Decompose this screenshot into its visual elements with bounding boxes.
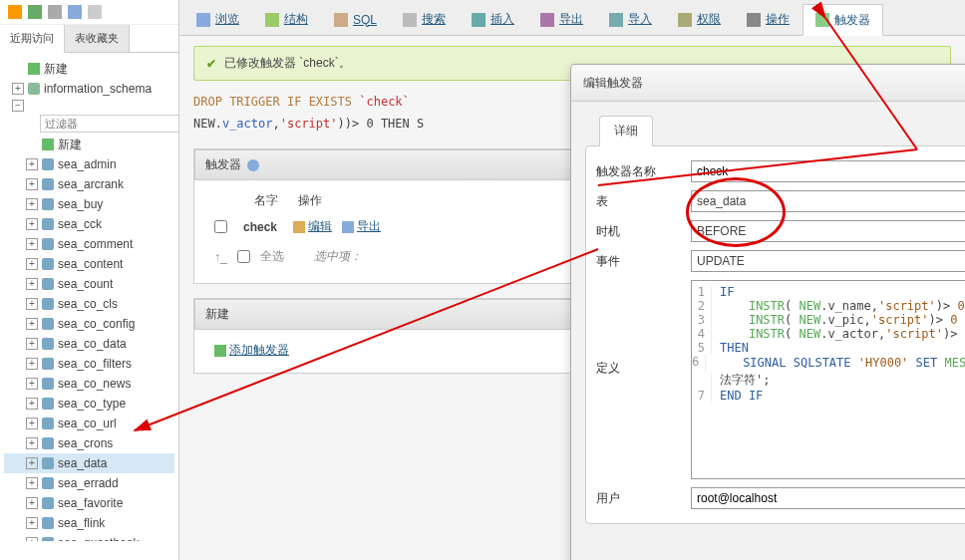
tree-table-sea_co_news[interactable]: +sea_co_news bbox=[4, 374, 174, 394]
input-user[interactable] bbox=[691, 487, 965, 509]
tree-db-current[interactable]: − bbox=[4, 99, 174, 113]
refresh-icon[interactable] bbox=[28, 5, 42, 19]
export-trigger-link[interactable]: 导出 bbox=[342, 218, 381, 235]
table-icon bbox=[42, 537, 54, 541]
trigger-checkbox[interactable] bbox=[214, 220, 227, 233]
input-trigger-name[interactable] bbox=[691, 160, 965, 182]
select-all-checkbox[interactable] bbox=[237, 250, 250, 263]
privileges-icon bbox=[678, 13, 692, 27]
tree-table-sea_comment[interactable]: +sea_comment bbox=[4, 234, 174, 254]
collapse-icon[interactable]: − bbox=[12, 100, 24, 112]
expand-icon[interactable]: + bbox=[26, 298, 38, 310]
table-icon bbox=[42, 238, 54, 250]
expand-icon[interactable]: + bbox=[26, 457, 38, 469]
tree-table-sea_co_filters[interactable]: +sea_co_filters bbox=[4, 354, 174, 374]
dialog-title: 编辑触发器 bbox=[583, 75, 643, 92]
operations-icon bbox=[747, 13, 761, 27]
tree-table-sea_content[interactable]: +sea_content bbox=[4, 254, 174, 274]
dialog-titlebar[interactable]: 编辑触发器 ✕ bbox=[571, 65, 965, 102]
db-tree: 新建 + information_schema − X 新建 +sea_admi… bbox=[0, 53, 178, 541]
tree-table-sea_co_data[interactable]: +sea_co_data bbox=[4, 334, 174, 354]
dialog-tab-details[interactable]: 详细 bbox=[599, 116, 653, 146]
expand-icon[interactable]: + bbox=[26, 517, 38, 529]
expand-icon[interactable]: + bbox=[26, 158, 38, 170]
tree-table-sea_arcrank[interactable]: +sea_arcrank bbox=[4, 174, 174, 194]
tab-operations[interactable]: 操作 bbox=[734, 4, 803, 35]
edit-trigger-link[interactable]: 编辑 bbox=[293, 218, 332, 235]
expand-icon[interactable]: + bbox=[26, 437, 38, 449]
tab-structure[interactable]: 结构 bbox=[252, 4, 321, 35]
expand-icon[interactable]: + bbox=[26, 358, 38, 370]
tab-browse[interactable]: 浏览 bbox=[183, 4, 252, 35]
expand-icon[interactable]: + bbox=[26, 278, 38, 290]
tree-table-sea_buy[interactable]: +sea_buy bbox=[4, 194, 174, 214]
expand-icon[interactable]: + bbox=[26, 477, 38, 489]
tree-table-sea_cck[interactable]: +sea_cck bbox=[4, 214, 174, 234]
main-content: 浏览 结构 SQL 搜索 插入 导出 导入 权限 操作 触发器 ✔ 已修改触发器… bbox=[179, 0, 965, 560]
table-icon bbox=[42, 198, 54, 210]
expand-icon[interactable]: + bbox=[26, 218, 38, 230]
expand-icon[interactable]: + bbox=[26, 198, 38, 210]
settings-icon[interactable] bbox=[88, 5, 102, 19]
table-icon bbox=[42, 358, 54, 370]
select-table[interactable]: sea_data bbox=[691, 190, 965, 212]
tab-insert[interactable]: 插入 bbox=[459, 4, 527, 35]
table-icon bbox=[42, 457, 54, 469]
home-icon[interactable] bbox=[8, 5, 22, 19]
table-icon bbox=[42, 278, 54, 290]
expand-icon[interactable]: + bbox=[12, 83, 24, 95]
select-timing[interactable]: BEFORE bbox=[691, 220, 965, 242]
table-icon bbox=[42, 477, 54, 489]
exit-icon[interactable] bbox=[48, 5, 62, 19]
tab-sql[interactable]: SQL bbox=[321, 4, 390, 35]
tree-table-sea_co_cls[interactable]: +sea_co_cls bbox=[4, 294, 174, 314]
tree-table-sea_count[interactable]: +sea_count bbox=[4, 274, 174, 294]
label-trigger-name: 触发器名称 bbox=[596, 163, 691, 180]
expand-icon[interactable]: + bbox=[26, 497, 38, 509]
tree-table-sea_admin[interactable]: +sea_admin bbox=[4, 154, 174, 174]
expand-icon[interactable]: + bbox=[26, 318, 38, 330]
expand-icon[interactable]: + bbox=[26, 537, 38, 541]
tab-export[interactable]: 导出 bbox=[527, 4, 596, 35]
tree-table-sea_co_type[interactable]: +sea_co_type bbox=[4, 394, 174, 414]
tab-privileges[interactable]: 权限 bbox=[665, 4, 734, 35]
expand-icon[interactable]: + bbox=[26, 258, 38, 270]
triggers-icon bbox=[815, 13, 829, 27]
label-user: 用户 bbox=[596, 490, 691, 507]
tab-search[interactable]: 搜索 bbox=[390, 4, 459, 35]
tree-db-information-schema[interactable]: + information_schema bbox=[4, 79, 174, 99]
help-icon[interactable] bbox=[68, 5, 82, 19]
tree-table-sea_data[interactable]: +sea_data bbox=[4, 453, 174, 473]
expand-icon[interactable]: + bbox=[26, 398, 38, 410]
tab-import[interactable]: 导入 bbox=[596, 4, 665, 35]
expand-icon[interactable]: + bbox=[26, 178, 38, 190]
search-icon bbox=[403, 13, 417, 27]
tab-triggers[interactable]: 触发器 bbox=[803, 4, 883, 36]
tab-favorites[interactable]: 表收藏夹 bbox=[65, 25, 130, 52]
expand-icon[interactable]: + bbox=[26, 338, 38, 350]
tree-new-table[interactable]: 新建 bbox=[4, 135, 174, 154]
code-editor[interactable]: 1IF2 INSTR( NEW.v_name,'script')> 0 OR3 … bbox=[691, 280, 965, 479]
top-tabs: 浏览 结构 SQL 搜索 插入 导出 导入 权限 操作 触发器 bbox=[179, 0, 965, 36]
expand-icon[interactable]: + bbox=[26, 238, 38, 250]
import-icon bbox=[609, 13, 623, 27]
tree-table-sea_flink[interactable]: +sea_flink bbox=[4, 513, 174, 533]
tree-table-sea_guestbook[interactable]: +sea_guestbook bbox=[4, 533, 174, 541]
new-icon bbox=[28, 63, 40, 75]
table-icon bbox=[42, 338, 54, 350]
table-icon bbox=[42, 218, 54, 230]
tree-new-db[interactable]: 新建 bbox=[4, 59, 174, 79]
label-timing: 时机 bbox=[596, 223, 691, 240]
tab-recent[interactable]: 近期访问 bbox=[0, 25, 65, 53]
database-icon bbox=[28, 83, 40, 95]
tree-table-sea_favorite[interactable]: +sea_favorite bbox=[4, 493, 174, 513]
filter-input[interactable] bbox=[40, 115, 178, 133]
help-icon[interactable] bbox=[247, 159, 259, 171]
tree-table-sea_crons[interactable]: +sea_crons bbox=[4, 433, 174, 453]
expand-icon[interactable]: + bbox=[26, 378, 38, 390]
select-event[interactable]: UPDATE bbox=[691, 250, 965, 272]
expand-icon[interactable]: + bbox=[26, 418, 38, 429]
tree-table-sea_co_url[interactable]: +sea_co_url bbox=[4, 414, 174, 433]
tree-table-sea_co_config[interactable]: +sea_co_config bbox=[4, 314, 174, 334]
tree-table-sea_erradd[interactable]: +sea_erradd bbox=[4, 473, 174, 493]
